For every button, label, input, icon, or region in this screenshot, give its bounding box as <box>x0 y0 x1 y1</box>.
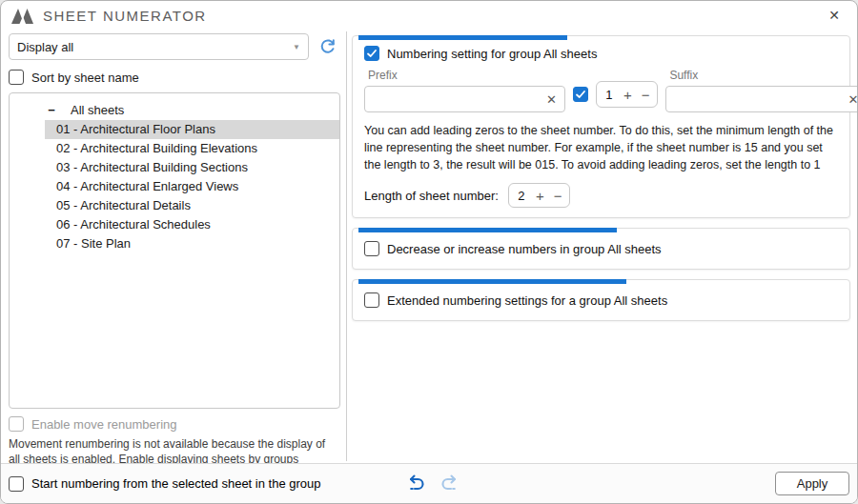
start-number-checkbox[interactable] <box>573 87 588 102</box>
decrease-increase-title: Decrease or increase numbers in group Al… <box>387 242 662 256</box>
refresh-icon[interactable] <box>317 35 339 58</box>
extended-settings-title: Extended numbering settings for a group … <box>387 293 667 308</box>
accent-bar <box>358 279 626 284</box>
decrement-icon[interactable]: − <box>554 189 562 203</box>
footer-bar: Start numbering from the selected sheet … <box>1 463 857 503</box>
close-icon[interactable]: ✕ <box>821 4 848 27</box>
accent-bar <box>358 35 567 40</box>
numbering-setting-checkbox[interactable] <box>364 46 379 61</box>
length-of-sheet-number-label: Length of sheet number: <box>364 189 499 203</box>
enable-move-renumbering-label: Enable move renumbering <box>31 417 176 432</box>
right-panel: Numbering setting for group All sheets P… <box>347 30 857 463</box>
sheet-tree[interactable]: − All sheets 01 - Architectural Floor Pl… <box>9 92 340 409</box>
prefix-input[interactable] <box>373 92 541 107</box>
title-bar: SHEET NUMERATOR ✕ <box>1 1 857 30</box>
tree-item[interactable]: 01 - Architectural Floor Plans <box>45 120 339 139</box>
start-from-selected-checkbox[interactable] <box>9 476 24 492</box>
enable-move-renumbering-checkbox <box>9 416 24 432</box>
sort-by-sheet-name-checkbox[interactable] <box>9 70 24 85</box>
suffix-input[interactable] <box>674 92 842 107</box>
length-value[interactable]: 2 <box>517 189 526 203</box>
increment-icon[interactable]: + <box>623 88 632 102</box>
clear-suffix-icon[interactable]: ✕ <box>848 92 858 107</box>
prefix-field-wrap: ✕ <box>364 86 565 112</box>
numbering-setting-title: Numbering setting for group All sheets <box>387 47 597 61</box>
decrement-icon[interactable]: − <box>642 88 650 102</box>
redo-icon <box>439 473 460 497</box>
chevron-down-icon: ▼ <box>293 43 300 51</box>
undo-icon[interactable] <box>405 473 426 497</box>
collapse-icon[interactable]: − <box>44 103 59 117</box>
dialog-title: SHEET NUMERATOR <box>43 8 207 24</box>
apply-button[interactable]: Apply <box>775 472 849 495</box>
start-from-selected-label: Start numbering from the selected sheet … <box>31 476 321 491</box>
tree-root-row[interactable]: − All sheets <box>10 99 339 120</box>
accent-bar <box>358 228 617 232</box>
tree-item[interactable]: 03 - Architectural Building Sections <box>45 158 339 177</box>
tree-item[interactable]: 07 - Site Plan <box>45 234 339 253</box>
length-stepper: 2 + − <box>508 183 571 208</box>
increment-icon[interactable]: + <box>536 189 544 203</box>
start-number-value[interactable]: 1 <box>604 88 614 102</box>
leading-zeros-help-text: You can add leading zeros to the sheet n… <box>364 122 838 173</box>
tree-root-label: All sheets <box>71 103 124 117</box>
app-logo-icon <box>10 6 35 25</box>
tree-item[interactable]: 04 - Architectural Enlarged Views <box>45 177 339 196</box>
numbering-settings-card: Numbering setting for group All sheets P… <box>352 35 850 218</box>
sheet-numerator-dialog: SHEET NUMERATOR ✕ Display all ▼ Sort by … <box>0 0 858 504</box>
display-filter-value: Display all <box>17 40 73 54</box>
tree-item[interactable]: 06 - Architectural Schedules <box>45 215 339 234</box>
suffix-label: Suffix <box>669 69 858 82</box>
left-panel: Display all ▼ Sort by sheet name − All s… <box>1 30 346 463</box>
extended-settings-checkbox[interactable] <box>364 292 379 308</box>
clear-prefix-icon[interactable]: ✕ <box>546 92 557 107</box>
decrease-increase-checkbox[interactable] <box>364 241 379 256</box>
tree-item[interactable]: 02 - Architectural Building Elevations <box>45 139 339 158</box>
prefix-label: Prefix <box>368 69 565 82</box>
start-number-stepper: 1 + − <box>596 81 659 108</box>
suffix-field-wrap: ✕ <box>665 86 858 112</box>
sort-by-sheet-name-label: Sort by sheet name <box>31 71 139 85</box>
extended-settings-card: Extended numbering settings for a group … <box>352 279 850 321</box>
decrease-increase-card: Decrease or increase numbers in group Al… <box>352 228 850 270</box>
tree-item[interactable]: 05 - Architectural Details <box>45 196 339 215</box>
display-filter-dropdown[interactable]: Display all ▼ <box>9 33 309 60</box>
